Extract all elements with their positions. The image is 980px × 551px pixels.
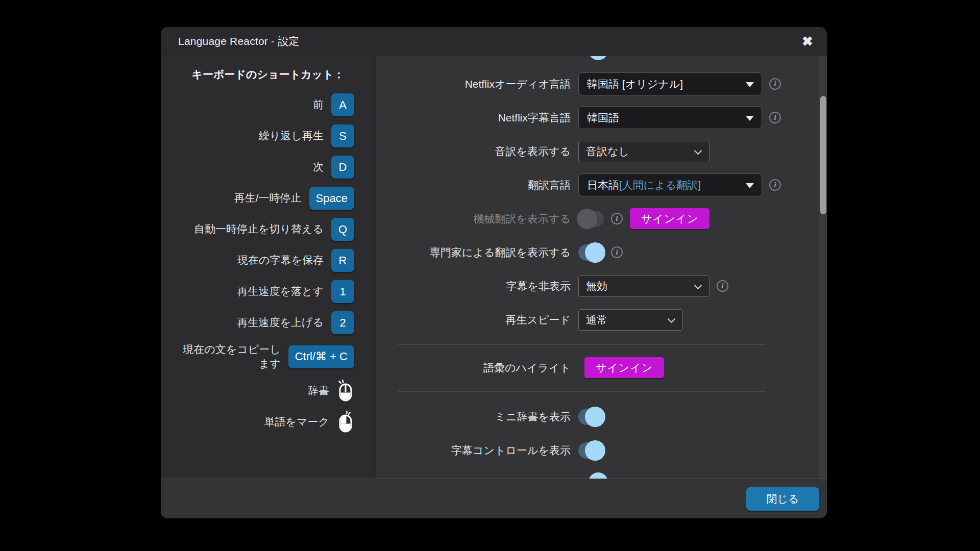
row-netflix-subtitle-language: Netflix字幕言語 韓国語 i xyxy=(398,106,791,129)
row-subtitle-controls: 字幕コントロールを表示 xyxy=(398,439,791,462)
scrollbar-track[interactable] xyxy=(819,56,827,479)
row-mini-dictionary: ミニ辞書を表示 xyxy=(398,405,791,428)
scrollbar-thumb[interactable] xyxy=(820,96,826,214)
close-dialog-button[interactable]: 閉じる xyxy=(746,487,819,511)
row-transliteration: 音訳を表示する 音訳なし xyxy=(398,140,791,163)
shortcut-row-previous: 前 A xyxy=(161,93,375,116)
shortcut-label: 自動一時停止を切り替える xyxy=(194,222,324,236)
toggle-knob xyxy=(585,440,605,461)
keycap-2: 2 xyxy=(331,311,354,334)
row-hide-subtitles: 字幕を非表示 無効 i xyxy=(398,274,791,297)
shortcut-label: 現在の字幕を保存 xyxy=(237,253,324,267)
row-netflix-audio-language: Netflixオーディオ言語 韓国語 [オリジナル] i xyxy=(398,72,791,95)
transliteration-value: 音訳なし xyxy=(586,144,629,159)
shortcut-label: 再生速度を上げる xyxy=(237,315,324,330)
mini-dictionary-label: ミニ辞書を表示 xyxy=(398,410,571,424)
section-divider xyxy=(398,344,766,345)
info-icon[interactable]: i xyxy=(611,213,623,224)
chevron-down-icon xyxy=(694,281,702,289)
keycap-d: D xyxy=(331,156,354,179)
shortcut-label: 現在の文をコピーし ます xyxy=(183,342,280,371)
machine-translation-signin-button[interactable]: サインイン xyxy=(630,208,709,229)
caret-down-icon xyxy=(746,82,754,87)
hide-subtitles-select[interactable]: 無効 xyxy=(578,276,709,297)
shortcut-label: 繰り返し再生 xyxy=(259,129,324,143)
netflix-subtitle-language-value: 韓国語 xyxy=(587,111,619,125)
chevron-down-icon xyxy=(694,146,702,155)
toggle-knob xyxy=(577,209,597,229)
transliteration-select[interactable]: 音訳なし xyxy=(578,141,709,162)
shortcut-label: 単語をマーク xyxy=(264,415,329,429)
netflix-subtitle-language-dropdown[interactable]: 韓国語 xyxy=(578,106,762,129)
keycap-space: Space xyxy=(309,187,354,210)
translation-language-dropdown[interactable]: 日本語 [人間による翻訳] xyxy=(578,173,762,196)
translation-language-label: 翻訳言語 xyxy=(398,178,571,192)
shortcut-row-repeat: 繰り返し再生 S xyxy=(161,124,375,147)
playback-speed-label: 再生スピード xyxy=(398,313,571,327)
shortcut-row-save-subtitle: 現在の字幕を保存 R xyxy=(161,249,375,272)
shortcut-label: 次 xyxy=(313,160,324,174)
info-icon[interactable]: i xyxy=(769,179,781,191)
shortcuts-sidebar: キーボードのショートカット： 前 A 繰り返し再生 S 次 D xyxy=(161,56,376,479)
keycap-q: Q xyxy=(331,218,354,241)
shortcut-row-autopause: 自動一時停止を切り替える Q xyxy=(161,218,375,241)
info-icon[interactable]: i xyxy=(769,112,781,123)
keycap-1: 1 xyxy=(331,280,354,303)
subtitle-controls-toggle[interactable] xyxy=(578,442,604,459)
keycap-ctrl-c: Ctrl/⌘ + C xyxy=(288,345,354,368)
subtitle-controls-label: 字幕コントロールを表示 xyxy=(398,443,571,458)
caret-down-icon xyxy=(746,116,754,121)
section-divider xyxy=(398,391,766,392)
toggle-partially-scrolled-bottom[interactable] xyxy=(589,472,608,479)
keycap-s: S xyxy=(331,124,354,147)
settings-panel: Netflixオーディオ言語 韓国語 [オリジナル] i Netflix字幕言語 xyxy=(376,56,827,479)
vocab-highlight-label: 語彙のハイライト xyxy=(398,361,571,375)
row-expert-translation: 専門家による翻訳を表示する i xyxy=(398,241,791,264)
machine-translation-toggle[interactable] xyxy=(578,211,604,227)
keycap-r: R xyxy=(331,249,354,272)
shortcut-row-dictionary: 辞書 xyxy=(161,380,375,403)
vocab-highlight-signin-button[interactable]: サインイン xyxy=(584,357,664,378)
expert-translation-toggle[interactable] xyxy=(578,244,604,261)
row-translation-language: 翻訳言語 日本語 [人間による翻訳] i xyxy=(398,173,791,196)
shortcut-row-next: 次 D xyxy=(161,156,375,179)
dialog-titlebar: Language Reactor - 設定 ✖ xyxy=(161,27,827,56)
netflix-audio-language-dropdown[interactable]: 韓国語 [オリジナル] xyxy=(578,72,762,95)
info-icon[interactable]: i xyxy=(611,246,623,258)
mouse-mark-click-icon xyxy=(337,411,354,434)
info-icon[interactable]: i xyxy=(769,78,781,90)
hide-subtitles-label: 字幕を非表示 xyxy=(398,279,571,293)
netflix-audio-language-label: Netflixオーディオ言語 xyxy=(398,77,571,91)
shortcut-row-mark-word: 単語をマーク xyxy=(161,411,375,434)
keycap-a: A xyxy=(331,93,354,116)
close-icon[interactable]: ✖ xyxy=(798,32,817,51)
expert-translation-label: 専門家による翻訳を表示する xyxy=(398,245,571,260)
machine-translation-label: 機械翻訳を表示する xyxy=(398,212,571,226)
caret-down-icon xyxy=(746,183,754,188)
dialog-title: Language Reactor - 設定 xyxy=(161,34,300,48)
toggle-knob xyxy=(585,407,605,427)
shortcuts-heading: キーボードのショートカット： xyxy=(161,62,375,82)
dialog-footer: 閉じる xyxy=(161,479,827,518)
shortcut-label: 前 xyxy=(313,97,324,112)
row-machine-translation: 機械翻訳を表示する i サインイン xyxy=(398,207,791,230)
translation-language-note: [人間による翻訳] xyxy=(619,178,701,192)
mouse-left-click-icon xyxy=(337,380,354,403)
playback-speed-value: 通常 xyxy=(586,313,607,327)
screen-background: Language Reactor - 設定 ✖ キーボードのショートカット： 前… xyxy=(0,0,980,551)
shortcut-row-play-pause: 再生/一時停止 Space xyxy=(161,187,375,210)
mini-dictionary-toggle[interactable] xyxy=(578,409,604,425)
info-icon[interactable]: i xyxy=(717,280,728,292)
row-vocab-highlight: 語彙のハイライト サインイン xyxy=(398,356,791,379)
chevron-down-icon xyxy=(668,315,676,323)
row-playback-speed: 再生スピード 通常 xyxy=(398,308,791,331)
transliteration-label: 音訳を表示する xyxy=(398,144,571,159)
settings-dialog: Language Reactor - 設定 ✖ キーボードのショートカット： 前… xyxy=(161,27,827,518)
netflix-audio-language-value: 韓国語 [オリジナル] xyxy=(587,77,683,91)
shortcuts-list: 前 A 繰り返し再生 S 次 D 再生/一時停止 Space xyxy=(161,93,375,434)
hide-subtitles-value: 無効 xyxy=(586,279,607,293)
shortcut-row-copy-sentence: 現在の文をコピーし ます Ctrl/⌘ + C xyxy=(161,342,375,371)
playback-speed-select[interactable]: 通常 xyxy=(578,309,683,331)
shortcut-label: 再生/一時停止 xyxy=(234,191,302,205)
translation-language-value: 日本語 xyxy=(587,178,619,192)
